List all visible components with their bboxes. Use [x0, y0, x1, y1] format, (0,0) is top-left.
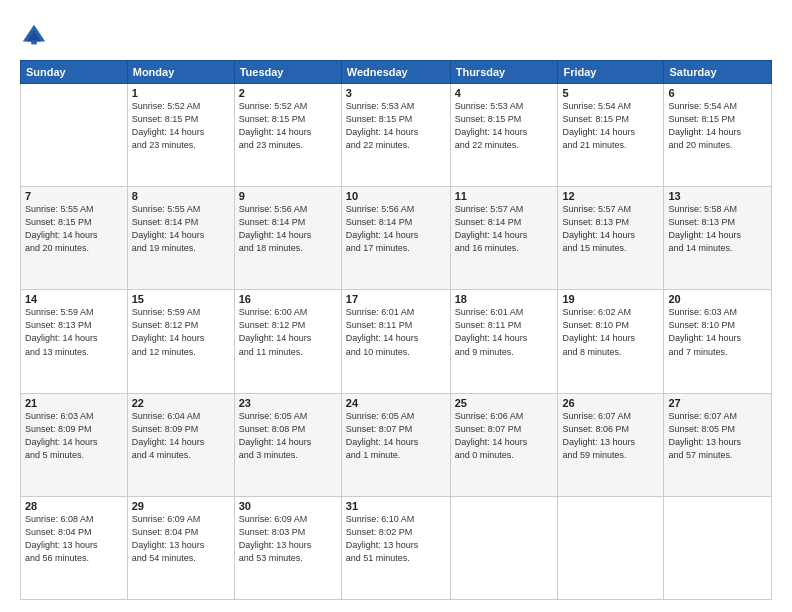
day-info: Sunrise: 6:08 AMSunset: 8:04 PMDaylight:… — [25, 513, 123, 565]
day-info: Sunrise: 5:59 AMSunset: 8:12 PMDaylight:… — [132, 306, 230, 358]
day-info: Sunrise: 5:53 AMSunset: 8:15 PMDaylight:… — [455, 100, 554, 152]
day-number: 27 — [668, 397, 767, 409]
calendar-cell — [21, 84, 128, 187]
day-info: Sunrise: 6:09 AMSunset: 8:03 PMDaylight:… — [239, 513, 337, 565]
day-number: 5 — [562, 87, 659, 99]
day-number: 20 — [668, 293, 767, 305]
day-number: 14 — [25, 293, 123, 305]
calendar-cell: 6Sunrise: 5:54 AMSunset: 8:15 PMDaylight… — [664, 84, 772, 187]
calendar-header-row: SundayMondayTuesdayWednesdayThursdayFrid… — [21, 61, 772, 84]
calendar-cell: 10Sunrise: 5:56 AMSunset: 8:14 PMDayligh… — [341, 187, 450, 290]
day-info: Sunrise: 6:09 AMSunset: 8:04 PMDaylight:… — [132, 513, 230, 565]
calendar-cell — [664, 496, 772, 599]
calendar-cell: 13Sunrise: 5:58 AMSunset: 8:13 PMDayligh… — [664, 187, 772, 290]
day-info: Sunrise: 6:04 AMSunset: 8:09 PMDaylight:… — [132, 410, 230, 462]
day-number: 9 — [239, 190, 337, 202]
day-number: 1 — [132, 87, 230, 99]
day-info: Sunrise: 5:53 AMSunset: 8:15 PMDaylight:… — [346, 100, 446, 152]
calendar-cell: 8Sunrise: 5:55 AMSunset: 8:14 PMDaylight… — [127, 187, 234, 290]
calendar-body: 1Sunrise: 5:52 AMSunset: 8:15 PMDaylight… — [21, 84, 772, 600]
day-info: Sunrise: 5:56 AMSunset: 8:14 PMDaylight:… — [346, 203, 446, 255]
calendar-cell: 16Sunrise: 6:00 AMSunset: 8:12 PMDayligh… — [234, 290, 341, 393]
calendar-cell: 27Sunrise: 6:07 AMSunset: 8:05 PMDayligh… — [664, 393, 772, 496]
page: SundayMondayTuesdayWednesdayThursdayFrid… — [0, 0, 792, 612]
calendar-cell: 11Sunrise: 5:57 AMSunset: 8:14 PMDayligh… — [450, 187, 558, 290]
day-number: 8 — [132, 190, 230, 202]
calendar-cell: 19Sunrise: 6:02 AMSunset: 8:10 PMDayligh… — [558, 290, 664, 393]
day-number: 3 — [346, 87, 446, 99]
day-number: 10 — [346, 190, 446, 202]
calendar-cell: 7Sunrise: 5:55 AMSunset: 8:15 PMDaylight… — [21, 187, 128, 290]
day-info: Sunrise: 5:59 AMSunset: 8:13 PMDaylight:… — [25, 306, 123, 358]
calendar-cell: 1Sunrise: 5:52 AMSunset: 8:15 PMDaylight… — [127, 84, 234, 187]
calendar-cell: 15Sunrise: 5:59 AMSunset: 8:12 PMDayligh… — [127, 290, 234, 393]
calendar-cell — [558, 496, 664, 599]
header-cell-friday: Friday — [558, 61, 664, 84]
calendar-cell: 29Sunrise: 6:09 AMSunset: 8:04 PMDayligh… — [127, 496, 234, 599]
day-number: 11 — [455, 190, 554, 202]
calendar-cell: 30Sunrise: 6:09 AMSunset: 8:03 PMDayligh… — [234, 496, 341, 599]
day-info: Sunrise: 6:00 AMSunset: 8:12 PMDaylight:… — [239, 306, 337, 358]
calendar-week-1: 1Sunrise: 5:52 AMSunset: 8:15 PMDaylight… — [21, 84, 772, 187]
calendar-cell — [450, 496, 558, 599]
logo-icon — [20, 22, 48, 50]
day-info: Sunrise: 5:57 AMSunset: 8:13 PMDaylight:… — [562, 203, 659, 255]
day-number: 25 — [455, 397, 554, 409]
calendar-cell: 26Sunrise: 6:07 AMSunset: 8:06 PMDayligh… — [558, 393, 664, 496]
header-cell-saturday: Saturday — [664, 61, 772, 84]
day-number: 26 — [562, 397, 659, 409]
logo — [20, 22, 51, 50]
header — [20, 18, 772, 50]
calendar-week-2: 7Sunrise: 5:55 AMSunset: 8:15 PMDaylight… — [21, 187, 772, 290]
day-info: Sunrise: 6:01 AMSunset: 8:11 PMDaylight:… — [455, 306, 554, 358]
calendar-cell: 31Sunrise: 6:10 AMSunset: 8:02 PMDayligh… — [341, 496, 450, 599]
day-number: 17 — [346, 293, 446, 305]
day-info: Sunrise: 5:54 AMSunset: 8:15 PMDaylight:… — [668, 100, 767, 152]
day-info: Sunrise: 6:03 AMSunset: 8:09 PMDaylight:… — [25, 410, 123, 462]
day-number: 21 — [25, 397, 123, 409]
calendar-cell: 25Sunrise: 6:06 AMSunset: 8:07 PMDayligh… — [450, 393, 558, 496]
day-number: 13 — [668, 190, 767, 202]
calendar-cell: 22Sunrise: 6:04 AMSunset: 8:09 PMDayligh… — [127, 393, 234, 496]
day-info: Sunrise: 6:02 AMSunset: 8:10 PMDaylight:… — [562, 306, 659, 358]
calendar-week-3: 14Sunrise: 5:59 AMSunset: 8:13 PMDayligh… — [21, 290, 772, 393]
calendar-cell: 20Sunrise: 6:03 AMSunset: 8:10 PMDayligh… — [664, 290, 772, 393]
day-number: 2 — [239, 87, 337, 99]
day-info: Sunrise: 6:06 AMSunset: 8:07 PMDaylight:… — [455, 410, 554, 462]
day-number: 18 — [455, 293, 554, 305]
day-number: 19 — [562, 293, 659, 305]
calendar-cell: 17Sunrise: 6:01 AMSunset: 8:11 PMDayligh… — [341, 290, 450, 393]
header-cell-monday: Monday — [127, 61, 234, 84]
day-number: 24 — [346, 397, 446, 409]
day-info: Sunrise: 5:52 AMSunset: 8:15 PMDaylight:… — [132, 100, 230, 152]
svg-rect-2 — [31, 40, 37, 44]
day-info: Sunrise: 6:03 AMSunset: 8:10 PMDaylight:… — [668, 306, 767, 358]
day-info: Sunrise: 5:58 AMSunset: 8:13 PMDaylight:… — [668, 203, 767, 255]
header-cell-thursday: Thursday — [450, 61, 558, 84]
day-number: 16 — [239, 293, 337, 305]
calendar-cell: 28Sunrise: 6:08 AMSunset: 8:04 PMDayligh… — [21, 496, 128, 599]
day-number: 28 — [25, 500, 123, 512]
day-number: 30 — [239, 500, 337, 512]
day-number: 23 — [239, 397, 337, 409]
day-info: Sunrise: 6:01 AMSunset: 8:11 PMDaylight:… — [346, 306, 446, 358]
day-number: 29 — [132, 500, 230, 512]
calendar-cell: 21Sunrise: 6:03 AMSunset: 8:09 PMDayligh… — [21, 393, 128, 496]
calendar-cell: 23Sunrise: 6:05 AMSunset: 8:08 PMDayligh… — [234, 393, 341, 496]
calendar-table: SundayMondayTuesdayWednesdayThursdayFrid… — [20, 60, 772, 600]
day-info: Sunrise: 6:05 AMSunset: 8:07 PMDaylight:… — [346, 410, 446, 462]
day-number: 4 — [455, 87, 554, 99]
calendar-cell: 4Sunrise: 5:53 AMSunset: 8:15 PMDaylight… — [450, 84, 558, 187]
day-number: 31 — [346, 500, 446, 512]
day-info: Sunrise: 6:05 AMSunset: 8:08 PMDaylight:… — [239, 410, 337, 462]
day-info: Sunrise: 5:57 AMSunset: 8:14 PMDaylight:… — [455, 203, 554, 255]
day-info: Sunrise: 6:10 AMSunset: 8:02 PMDaylight:… — [346, 513, 446, 565]
calendar-cell: 9Sunrise: 5:56 AMSunset: 8:14 PMDaylight… — [234, 187, 341, 290]
calendar-cell: 18Sunrise: 6:01 AMSunset: 8:11 PMDayligh… — [450, 290, 558, 393]
day-number: 22 — [132, 397, 230, 409]
day-info: Sunrise: 5:55 AMSunset: 8:15 PMDaylight:… — [25, 203, 123, 255]
day-number: 7 — [25, 190, 123, 202]
day-number: 6 — [668, 87, 767, 99]
day-info: Sunrise: 6:07 AMSunset: 8:06 PMDaylight:… — [562, 410, 659, 462]
calendar-cell: 3Sunrise: 5:53 AMSunset: 8:15 PMDaylight… — [341, 84, 450, 187]
